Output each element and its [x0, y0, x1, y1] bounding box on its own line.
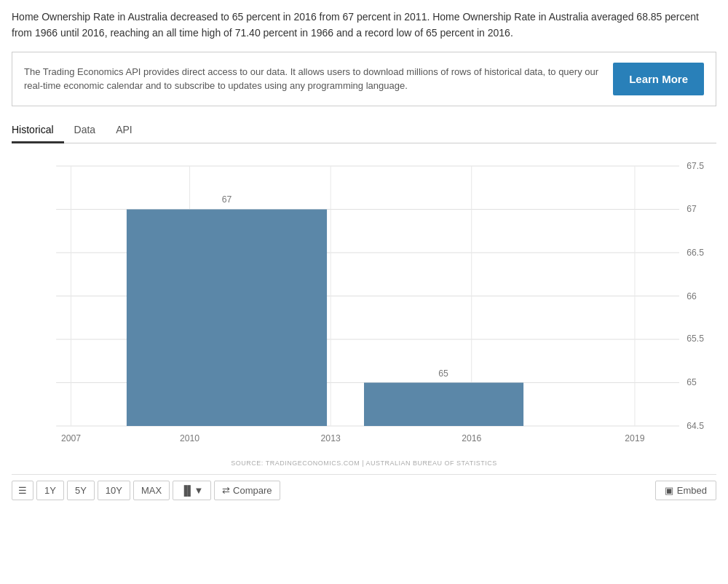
- svg-text:66: 66: [687, 291, 697, 301]
- chart-area: 67.5 67 66.5 66 65.5 65 64.5 2007 2010: [12, 151, 716, 457]
- svg-text:2010: 2010: [180, 433, 199, 443]
- api-banner-text: The Trading Economics API provides direc…: [24, 65, 613, 93]
- svg-text:65: 65: [438, 368, 448, 378]
- tab-api[interactable]: API: [106, 118, 143, 143]
- main-container: Home Ownership Rate in Australia decreas…: [0, 0, 728, 515]
- embed-icon: ▣: [665, 485, 673, 496]
- bar-2010: [127, 209, 327, 425]
- chart-type-button[interactable]: ▐▌▼: [173, 481, 211, 500]
- toolbar-right: ▣ Embed: [655, 481, 716, 500]
- svg-text:2019: 2019: [625, 433, 644, 443]
- tab-historical[interactable]: Historical: [12, 118, 64, 143]
- tab-data[interactable]: Data: [64, 118, 106, 143]
- learn-more-button[interactable]: Learn More: [613, 63, 704, 95]
- 10y-button[interactable]: 10Y: [98, 481, 130, 500]
- list-view-button[interactable]: ☰: [12, 481, 33, 500]
- embed-label: Embed: [677, 485, 707, 496]
- svg-text:64.5: 64.5: [687, 421, 704, 431]
- tabs-container: Historical Data API: [12, 118, 716, 143]
- svg-text:65: 65: [687, 377, 697, 387]
- svg-text:67: 67: [687, 204, 697, 214]
- bar-2016: [364, 382, 523, 426]
- toolbar-left: ☰ 1Y 5Y 10Y MAX ▐▌▼ ⇄ Compare: [12, 481, 655, 500]
- toolbar: ☰ 1Y 5Y 10Y MAX ▐▌▼ ⇄ Compare ▣ Embed: [12, 474, 716, 506]
- svg-text:65.5: 65.5: [687, 334, 704, 344]
- description-text: Home Ownership Rate in Australia decreas…: [12, 9, 716, 42]
- svg-text:2007: 2007: [61, 433, 81, 443]
- svg-text:67: 67: [222, 194, 232, 205]
- svg-text:2013: 2013: [321, 433, 341, 443]
- svg-text:2016: 2016: [462, 433, 481, 443]
- source-text: SOURCE: TRADINGECONOMICS.COM | AUSTRALIA…: [12, 459, 716, 467]
- compare-button[interactable]: ⇄ Compare: [214, 481, 280, 500]
- api-banner: The Trading Economics API provides direc…: [12, 52, 716, 106]
- embed-button[interactable]: ▣ Embed: [655, 481, 716, 500]
- 5y-button[interactable]: 5Y: [67, 481, 95, 500]
- max-button[interactable]: MAX: [133, 481, 170, 500]
- svg-text:66.5: 66.5: [687, 247, 704, 257]
- svg-text:67.5: 67.5: [687, 161, 704, 171]
- 1y-button[interactable]: 1Y: [36, 481, 64, 500]
- bar-chart: 67.5 67 66.5 66 65.5 65 64.5 2007 2010: [12, 151, 716, 457]
